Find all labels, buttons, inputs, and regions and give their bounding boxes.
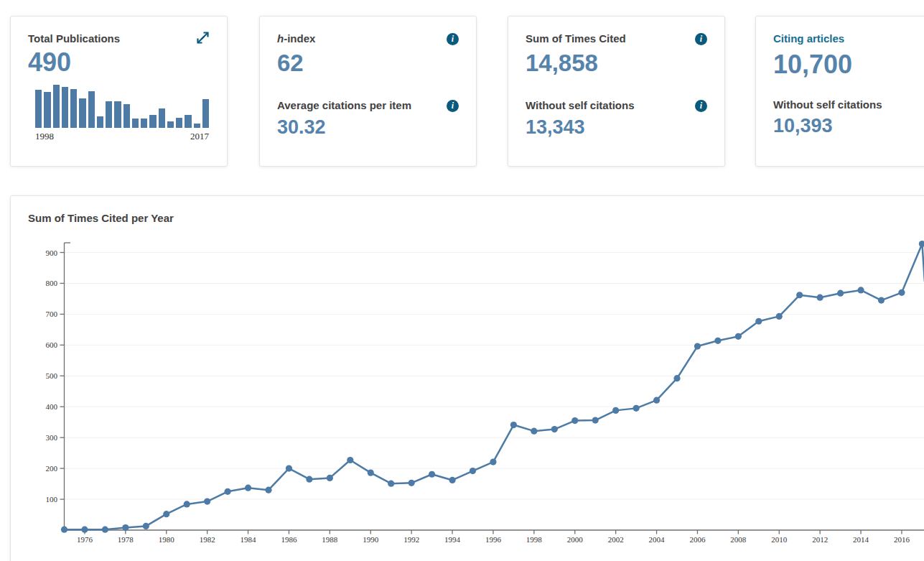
y-tick-label: 400: [46, 402, 58, 411]
data-point[interactable]: [694, 343, 701, 349]
x-tick-label: 1992: [403, 535, 419, 544]
data-point[interactable]: [735, 333, 742, 340]
data-point[interactable]: [81, 527, 88, 533]
citing-without-self-label: Without self citations: [773, 98, 882, 112]
data-point[interactable]: [919, 241, 924, 247]
x-tick-label: 1998: [526, 535, 543, 544]
y-tick-label: 800: [46, 279, 58, 287]
data-point[interactable]: [204, 498, 210, 504]
publication-year-bar[interactable]: [149, 115, 156, 127]
data-point[interactable]: [571, 417, 578, 424]
data-point[interactable]: [490, 458, 496, 465]
data-point[interactable]: [796, 292, 803, 298]
citing-without-self-value: 10,393: [773, 116, 924, 136]
data-point[interactable]: [122, 524, 129, 531]
publication-year-bar[interactable]: [53, 85, 60, 128]
publication-year-bar[interactable]: [194, 124, 200, 127]
data-point[interactable]: [388, 481, 394, 487]
sum-times-cited-card: Sum of Times Cited i 14,858 Without self…: [508, 16, 725, 167]
y-tick-label: 700: [46, 310, 58, 318]
data-point[interactable]: [61, 527, 67, 533]
data-point[interactable]: [817, 295, 823, 301]
data-point[interactable]: [265, 487, 271, 493]
sum-times-cited-value: 14,858: [526, 51, 707, 76]
publication-year-bar[interactable]: [123, 104, 130, 128]
publication-year-bar[interactable]: [132, 119, 139, 128]
x-tick-label: 2002: [608, 535, 624, 544]
citations-line: [65, 244, 924, 529]
info-circle-icon[interactable]: i: [695, 100, 707, 112]
publication-year-bar[interactable]: [141, 119, 147, 128]
publication-year-bar[interactable]: [185, 115, 191, 127]
h-index-value: 62: [277, 51, 459, 76]
data-point[interactable]: [327, 475, 333, 481]
data-point[interactable]: [429, 471, 435, 478]
info-circle-icon[interactable]: i: [447, 33, 459, 45]
data-point[interactable]: [633, 405, 640, 412]
without-self-citations-label: Without self citations: [526, 99, 635, 113]
info-circle-icon[interactable]: i: [447, 100, 459, 112]
x-tick-label: 1986: [281, 535, 297, 544]
publication-year-bar[interactable]: [44, 92, 50, 128]
data-point[interactable]: [184, 501, 190, 507]
sum-times-cited-label: Sum of Times Cited: [526, 32, 626, 46]
data-point[interactable]: [551, 426, 558, 432]
data-point[interactable]: [368, 470, 374, 476]
publication-year-bar[interactable]: [114, 101, 121, 128]
publication-year-bar[interactable]: [62, 87, 68, 127]
without-self-citations-value: 13,343: [526, 117, 707, 137]
data-point[interactable]: [470, 468, 476, 474]
publication-year-bar[interactable]: [159, 108, 165, 127]
info-circle-icon[interactable]: i: [695, 33, 707, 45]
publications-mini-bar-chart: [35, 85, 209, 128]
publication-year-bar[interactable]: [167, 121, 174, 128]
mini-chart-start-year: 1998: [35, 131, 54, 142]
x-tick-label: 1978: [118, 535, 134, 544]
publication-year-bar[interactable]: [88, 91, 95, 128]
publication-year-bar[interactable]: [202, 99, 209, 128]
publication-year-bar[interactable]: [97, 116, 103, 128]
data-point[interactable]: [225, 488, 231, 495]
x-tick-label: 2000: [567, 535, 584, 544]
data-point[interactable]: [102, 527, 108, 533]
x-tick-label: 1996: [485, 535, 502, 544]
data-point[interactable]: [878, 297, 885, 303]
data-point[interactable]: [898, 289, 905, 296]
data-point[interactable]: [449, 477, 455, 483]
citing-articles-value: 10,700: [773, 51, 924, 78]
h-index-card: h-index i 62 Average citations per item …: [259, 16, 477, 167]
h-index-label: h-index: [277, 32, 315, 46]
data-point[interactable]: [163, 511, 169, 517]
data-point[interactable]: [347, 457, 353, 463]
publication-year-bar[interactable]: [79, 98, 85, 128]
x-tick-label: 1990: [363, 535, 379, 544]
data-point[interactable]: [714, 338, 721, 344]
x-tick-label: 2006: [689, 535, 706, 544]
citing-articles-link[interactable]: Citing articles: [773, 32, 844, 46]
data-point[interactable]: [409, 480, 415, 486]
data-point[interactable]: [592, 417, 599, 424]
data-point[interactable]: [143, 523, 149, 529]
publication-year-bar[interactable]: [35, 90, 42, 128]
data-point[interactable]: [510, 422, 517, 428]
total-publications-card: Total Publications 490 1998 2017: [10, 16, 228, 167]
data-point[interactable]: [306, 476, 312, 483]
x-tick-label: 1984: [241, 535, 257, 544]
citations-per-year-chart-card: Sum of Times Cited per Year 100200300400…: [10, 195, 924, 561]
data-point[interactable]: [286, 465, 292, 472]
data-point[interactable]: [653, 397, 660, 404]
data-point[interactable]: [857, 287, 864, 293]
data-point[interactable]: [776, 313, 783, 320]
citing-articles-card: Citing articles 10,700 Without self cita…: [755, 16, 924, 167]
expand-arrows-icon[interactable]: [196, 31, 210, 47]
data-point[interactable]: [245, 485, 251, 491]
data-point[interactable]: [612, 407, 619, 414]
data-point[interactable]: [755, 318, 762, 325]
data-point[interactable]: [837, 290, 844, 297]
publication-year-bar[interactable]: [70, 89, 77, 127]
data-point[interactable]: [673, 375, 680, 381]
publication-year-bar[interactable]: [176, 118, 182, 128]
publication-year-bar[interactable]: [106, 101, 112, 128]
data-point[interactable]: [531, 428, 537, 435]
sum-times-cited-line-chart: 1002003004005006007008009001976197819801…: [11, 196, 924, 561]
